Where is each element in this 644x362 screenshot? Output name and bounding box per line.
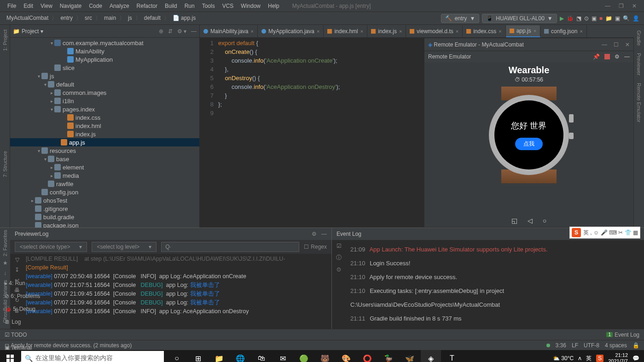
tree-row[interactable]: index.hml [10,122,199,130]
menu-help[interactable]: Help [264,2,283,10]
close-icon[interactable]: ✕ [625,41,630,48]
filter-icon[interactable]: ☑ [337,243,342,249]
cortana-icon[interactable]: ○ [167,350,187,362]
regex-checkbox[interactable]: ☐ Regex [304,244,327,250]
locate-icon[interactable]: ⊕ [159,28,163,35]
deveco-icon[interactable]: ◈ [421,350,441,362]
caret-position[interactable]: 3:36 [556,342,566,349]
log-level-select[interactable]: <select log level> ▾ [92,242,157,252]
filter-icon[interactable]: ▽ [15,257,19,263]
menu-view[interactable]: View [37,2,56,10]
menu-edit[interactable]: Edit [20,2,37,10]
structure-tool-tab[interactable]: 7: Structure [1,148,9,180]
close-tab-icon[interactable]: × [399,29,402,34]
run-config-dropdown[interactable]: 🔨 entry ▼ [441,14,480,23]
project-view-dropdown[interactable]: 📁 Project ▾ [13,28,43,35]
editor-tab[interactable]: MyApplication.java× [258,25,324,37]
menu-analyze[interactable]: Analyze [106,2,133,10]
nav-recent-icon[interactable]: ◱ [511,217,517,224]
ime-option[interactable]: ☺ [593,229,599,236]
tree-row[interactable]: ▾com.example.myactualcombat [10,39,199,47]
tree-row[interactable]: slice [10,64,199,72]
wearable-device[interactable]: 您好 世界 点我 [481,87,577,183]
project-tree[interactable]: ▾com.example.myactualcombatMainAbilityMy… [10,38,199,228]
favorites-tab[interactable]: 2: Favorites [2,230,8,256]
tree-row[interactable]: ▾js [10,72,199,80]
status-square-icon[interactable]: ◻ [5,342,9,349]
system-clock[interactable]: 21:122021/7/7 [608,352,628,362]
nav-back-icon[interactable]: ◁ [528,217,533,224]
layout-icon[interactable]: ▣ [615,15,620,22]
device-dropdown[interactable]: 📱 HUAWEI GLL-AL00 ▼ [482,14,557,23]
editor-tab[interactable]: viewmodel.d.ts× [406,25,463,37]
app2-icon[interactable]: 🦆 [378,350,399,362]
close-tab-icon[interactable]: × [250,29,253,34]
stop-icon[interactable]: ■ [599,15,603,22]
tree-row[interactable]: ▾base [10,155,199,163]
scroll-icon[interactable]: ↧ [15,267,19,273]
tree-row[interactable]: ▾pages.index [10,105,199,113]
tree-row[interactable]: app.js [10,138,199,146]
editor-tab[interactable]: MainAbility.java× [200,25,258,37]
editor-tab[interactable]: config.json× [540,25,587,37]
breadcrumb-item[interactable]: 📄 app.js [171,14,197,22]
ime-option[interactable]: ✂ [618,229,623,236]
tree-row[interactable]: ▸element [10,163,199,171]
ime-option[interactable]: ▦ [633,229,638,236]
build-variants-tab[interactable]: OhosBuild Variants [2,280,8,323]
tree-row[interactable]: ▸media [10,171,199,180]
breadcrumb-item[interactable]: MyActualCombat [5,14,50,22]
ime-option[interactable]: 🎤 [601,229,608,236]
menu-tools[interactable]: Tools [198,2,219,10]
remote-emulator-tab[interactable]: Remote Emulator [635,80,643,125]
store-icon[interactable]: 🛍 [251,350,272,362]
tool-tab[interactable]: ☑ TODO [5,332,45,338]
editor-tab[interactable]: index.css× [463,25,505,37]
nav-home-icon[interactable]: ○ [543,217,546,224]
debug-icon[interactable]: 🐞 [567,15,574,22]
gear-icon[interactable]: ⚙ ▾ [177,28,186,35]
tool-tab[interactable]: 🗎 Log [5,319,45,325]
user-icon[interactable]: 👤 [632,15,639,22]
tree-row[interactable]: package.json [10,221,199,228]
sogou-ime-icon[interactable]: S [596,355,603,362]
tree-row[interactable]: MyApplication [10,55,199,64]
menu-vcs[interactable]: VCS [219,2,238,10]
tree-row[interactable]: ▾default [10,80,199,88]
ime-lang[interactable]: 英 [586,355,592,362]
windows-search-input[interactable]: 🔍 在这里输入你要搜索的内容 [21,351,164,362]
watch-click-button[interactable]: 点我 [515,138,543,150]
event-log-tab[interactable]: 1 Event Log [606,332,639,338]
chrome-icon[interactable]: ⭕ [357,350,377,362]
search-icon[interactable]: 🔍 [623,15,630,22]
tree-row[interactable]: build.gradle [10,213,199,221]
menu-run[interactable]: Run [181,2,198,10]
close-tab-icon[interactable]: × [499,29,501,34]
settings-icon[interactable]: ⊙ [337,266,341,273]
lock-icon[interactable]: 🔒 [632,342,639,349]
taskview-icon[interactable]: ⊞ [188,350,208,362]
explorer-icon[interactable]: 📁 [209,350,229,362]
tree-row[interactable]: .gitignore [10,204,199,213]
menu-navigate[interactable]: Navigate [56,2,85,10]
menu-window[interactable]: Window [237,2,264,10]
close-tab-icon[interactable]: × [580,29,582,34]
app-icon[interactable]: 🐻 [315,350,335,362]
tree-row[interactable]: MainAbility [10,47,199,55]
event-log-output[interactable]: 21:09 App Launch: The Huawei Lite Simula… [346,240,644,329]
device-type-select[interactable]: <select device type> ▾ [15,242,87,252]
menu-build[interactable]: Build [161,2,181,10]
close-tab-icon[interactable]: × [360,29,363,34]
tree-row[interactable]: ▸i18n [10,97,199,105]
attach-icon[interactable]: ▣ [592,15,597,22]
ime-toolbar[interactable]: S 英 , ☺ 🎤 ⌨ ✂ 👕 ▦ [569,227,640,239]
previewer-tab[interactable]: Previewer [635,50,643,78]
notifications-icon[interactable]: 💬 [632,355,639,362]
stop-emulator-button[interactable] [604,54,610,59]
indent[interactable]: 4 spaces [605,342,627,349]
maximize-icon[interactable]: ☐ [614,41,619,48]
ime-option[interactable]: 英 [583,229,589,236]
ime-option[interactable]: 👕 [625,229,632,236]
tree-row[interactable]: index.css [10,113,199,122]
tray-chevron-icon[interactable]: ʌ [578,355,581,362]
